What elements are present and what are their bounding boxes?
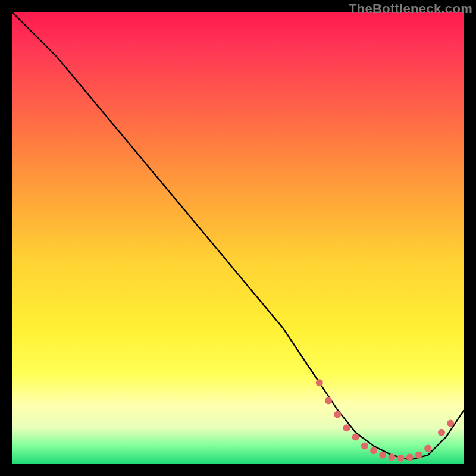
watermark-label: TheBottleneck.com [349,1,472,17]
chart-svg [12,12,464,464]
highlight-dot [316,379,323,386]
bottleneck-curve [12,12,464,459]
highlight-dot [325,397,332,405]
highlight-dot [438,429,445,436]
plot-area [12,12,464,464]
highlight-dot [447,420,454,427]
highlight-dot [334,411,341,418]
highlight-dot [361,443,368,450]
highlight-dot [415,452,422,459]
highlight-dot [343,424,350,431]
highlight-dot [388,454,395,461]
highlight-dot [424,444,431,452]
highlight-dot [406,454,414,461]
highlight-dot [352,433,359,440]
highlight-dot [397,455,405,462]
highlight-dot [370,447,377,454]
chart-frame: TheBottleneck.com [0,0,476,476]
highlight-dot [379,452,386,459]
